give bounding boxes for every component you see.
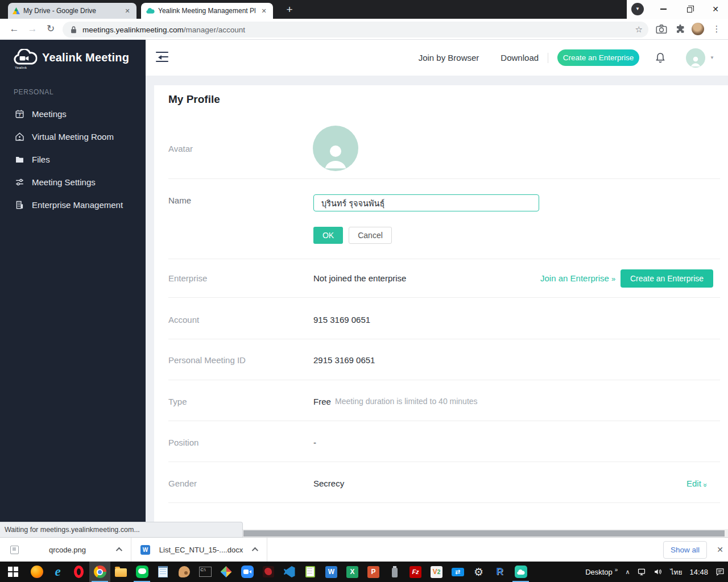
window-restore-button[interactable] [678, 0, 701, 18]
divider [168, 297, 720, 298]
position-value: - [313, 438, 316, 447]
window-minimize-button[interactable] [652, 0, 675, 18]
desktop-toolbar-label[interactable]: Desktop [585, 568, 613, 576]
system-tray: Desktop » ∧ ไทย 14:48 [585, 562, 728, 582]
chevron-up-icon[interactable] [252, 547, 258, 554]
sidebar-item-meetings[interactable]: Meetings [0, 102, 146, 125]
hidden-icons-chevron-icon[interactable]: ∧ [625, 568, 630, 576]
divider [168, 259, 720, 259]
create-enterprise-button[interactable]: Create an Enterprise [621, 269, 713, 288]
taskbar-vscode[interactable] [279, 562, 300, 582]
yealink-cloud-favicon [146, 7, 155, 14]
tab-close-icon[interactable]: ✕ [123, 7, 132, 15]
type-value: Free [313, 397, 331, 406]
excel-icon: X [346, 566, 358, 578]
join-by-browser-link[interactable]: Join by Browser [419, 53, 479, 63]
taskbar-line-active[interactable] [131, 562, 152, 582]
taskbar-zoom[interactable] [237, 562, 258, 582]
profile-avatar[interactable] [313, 126, 358, 171]
taskbar-audio-device[interactable] [384, 562, 405, 582]
taskbar-chrome-active[interactable] [89, 562, 110, 582]
download-item-docx[interactable]: W List_EC_NTU_15-....docx [131, 538, 267, 562]
sidebar-item-label: Meetings [32, 109, 67, 119]
action-center-icon[interactable] [715, 568, 725, 576]
taskbar-media-app[interactable] [216, 562, 237, 582]
taskbar-filezilla[interactable]: Fz [405, 562, 426, 582]
bookmark-star-icon[interactable]: ☆ [635, 24, 643, 35]
download-file-name: List_EC_NTU_15-....docx [158, 546, 244, 554]
name-input[interactable] [313, 194, 539, 211]
taskbar-settings[interactable]: ⚙ [468, 562, 489, 582]
download-item-qrcode[interactable]: qrcode.png [0, 538, 131, 562]
sidebar-item-meeting-settings[interactable]: Meeting Settings [0, 171, 146, 193]
url-text[interactable]: meetings.yealinkmeeting.com/manager/acco… [82, 26, 245, 34]
divider [168, 421, 720, 421]
language-indicator[interactable]: ไทย [670, 567, 682, 577]
tab-google-drive[interactable]: My Drive - Google Drive ✕ [8, 3, 136, 19]
browser-toolbar: ← → ↻ meetings.yealinkmeeting.com/manage… [0, 19, 728, 40]
collapse-sidebar-icon[interactable] [156, 52, 169, 63]
chrome-icon [94, 566, 106, 578]
download-link[interactable]: Download [500, 53, 539, 63]
window-close-button[interactable]: ✕ [704, 0, 727, 18]
speaker-icon[interactable] [653, 568, 663, 576]
taskbar-file-explorer[interactable] [110, 562, 131, 582]
taskbar-v2-app[interactable]: V2 [426, 562, 447, 582]
taskbar-opera[interactable] [68, 562, 89, 582]
tab-title: Yealink Meeting Management Pla [158, 7, 256, 15]
browser-update-icon[interactable]: ▼ [631, 3, 644, 15]
colorful-diamond-icon [221, 566, 232, 577]
taskbar-powerpoint[interactable]: P [363, 562, 384, 582]
address-bar[interactable]: meetings.yealinkmeeting.com/manager/acco… [63, 22, 648, 38]
create-enterprise-header-button[interactable]: Create an Enterprise [557, 49, 639, 66]
position-label: Position [168, 438, 198, 447]
taskbar-command-prompt[interactable]: C:\ [195, 562, 216, 582]
sidebar-item-virtual-meeting-room[interactable]: Virtual Meeting Room [0, 125, 146, 148]
screenshot-extension-icon[interactable] [654, 19, 669, 39]
reload-icon[interactable]: ↻ [42, 19, 59, 39]
taskbar-paint[interactable] [173, 562, 195, 582]
show-all-downloads-button[interactable]: Show all [663, 541, 707, 559]
person-icon [320, 139, 351, 171]
sidebar-item-enterprise-management[interactable]: Enterprise Management [0, 193, 146, 216]
taskbar-r-app[interactable]: R [489, 562, 510, 582]
tab-yealink-meeting[interactable]: Yealink Meeting Management Pla ✕ [141, 3, 273, 19]
taskbar-red-app[interactable] [258, 562, 279, 582]
cancel-button[interactable]: Cancel [349, 227, 392, 244]
back-icon[interactable]: ← [6, 19, 23, 39]
chevrons-right-icon[interactable]: » [615, 567, 618, 573]
taskbar-teamviewer[interactable]: ⇄ [447, 562, 468, 582]
forward-icon[interactable]: → [24, 19, 41, 39]
start-button[interactable] [0, 562, 26, 582]
close-downloads-bar-icon[interactable]: ✕ [712, 538, 728, 562]
browser-profile-avatar[interactable] [690, 19, 705, 39]
edit-link[interactable]: Edit » [686, 479, 707, 488]
page-title: My Profile [168, 93, 220, 106]
account-caret-down-icon[interactable]: ▼ [710, 55, 714, 60]
chevron-up-icon[interactable] [116, 547, 122, 554]
new-tab-button[interactable]: + [282, 2, 297, 17]
taskbar-excel[interactable]: X [342, 562, 363, 582]
user-avatar[interactable] [686, 48, 705, 68]
extensions-puzzle-icon[interactable] [673, 19, 687, 39]
restore-icon [687, 7, 692, 13]
sidebar-item-files[interactable]: Files [0, 148, 146, 171]
sliders-icon [15, 177, 24, 187]
taskbar-word[interactable]: W [321, 562, 342, 582]
notification-bell-icon[interactable] [654, 51, 667, 65]
tab-close-icon[interactable]: ✕ [259, 7, 268, 15]
join-enterprise-link[interactable]: Join an Enterprise » [540, 273, 615, 283]
browser-menu-icon[interactable]: ⋮ [710, 19, 723, 39]
network-icon[interactable] [637, 568, 646, 576]
taskbar-internet-explorer[interactable]: e [47, 562, 68, 582]
taskbar-yealink-meeting-active[interactable] [510, 562, 531, 582]
taskbar-notepad-plus-plus[interactable] [300, 562, 321, 582]
scrollbar-thumb[interactable] [243, 530, 725, 537]
name-label: Name [168, 196, 191, 205]
taskbar-firefox[interactable] [26, 562, 47, 582]
ok-button[interactable]: OK [313, 227, 343, 244]
clock[interactable]: 14:48 [689, 568, 708, 576]
header-actions: Join by Browser Download Create an Enter… [419, 40, 714, 76]
taskbar-notepad[interactable] [152, 562, 173, 582]
avatar [692, 23, 704, 35]
